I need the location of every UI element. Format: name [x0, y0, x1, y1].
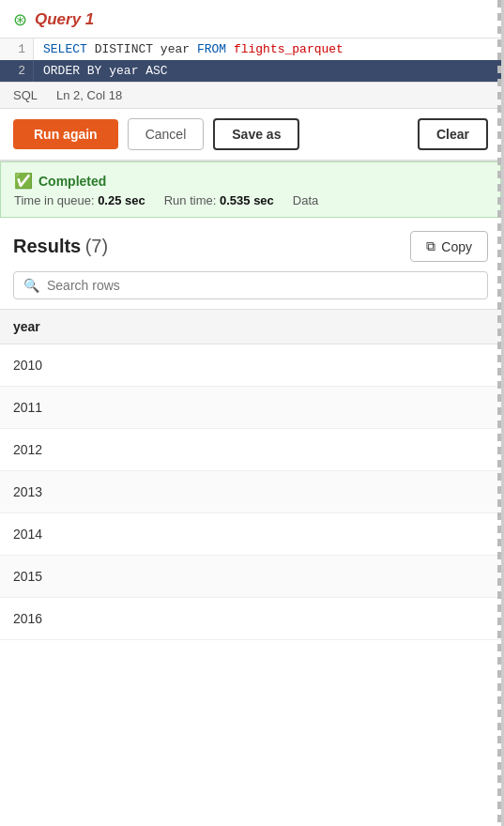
- column-year: year: [0, 310, 501, 344]
- text-distinct: DISTINCT: [95, 42, 160, 56]
- table-row: 2016: [0, 598, 501, 640]
- text-year1: year: [160, 42, 190, 56]
- data-label-text: Data: [293, 193, 318, 207]
- table-header-row: year: [0, 310, 501, 344]
- results-title-area: Results (7): [13, 236, 108, 257]
- clear-button[interactable]: Clear: [418, 118, 488, 150]
- code-editor[interactable]: 1 SELECT DISTINCT year FROM flights_parq…: [0, 38, 501, 83]
- cell-year: 2010: [0, 344, 501, 387]
- data-label: Data: [293, 193, 318, 207]
- line-number-2: 2: [0, 60, 34, 82]
- cell-year: 2016: [0, 598, 501, 640]
- run-time-label: Run time: 0.535 sec: [164, 193, 274, 207]
- line-number-1: 1: [0, 38, 34, 60]
- table-row: 2014: [0, 513, 501, 556]
- language-label: SQL: [13, 88, 38, 102]
- completed-stats: Time in queue: 0.25 sec Run time: 0.535 …: [14, 193, 487, 207]
- search-box[interactable]: 🔍: [13, 271, 488, 299]
- save-as-button[interactable]: Save as: [213, 118, 299, 150]
- code-line-1: 1 SELECT DISTINCT year FROM flights_parq…: [0, 38, 501, 60]
- query-header: ⊛ Query 1: [0, 0, 501, 38]
- completed-label: Completed: [38, 174, 106, 189]
- table-row: 2013: [0, 471, 501, 513]
- jagged-border: [497, 0, 501, 826]
- cell-year: 2015: [0, 556, 501, 598]
- completed-row: ✅ Completed: [14, 172, 487, 190]
- queue-label-text: Time in queue:: [14, 193, 98, 207]
- keyword-select: SELECT: [43, 42, 87, 56]
- runtime-value: 0.535 sec: [220, 193, 274, 207]
- cell-year: 2013: [0, 471, 501, 513]
- text-table: flights_parquet: [234, 42, 344, 56]
- runtime-label-text: Run time:: [164, 193, 220, 207]
- table-row: 2012: [0, 429, 501, 471]
- copy-icon: ⧉: [426, 238, 435, 254]
- cell-year: 2014: [0, 513, 501, 556]
- text-orderby: ORDER BY: [43, 64, 101, 78]
- table-row: 2010: [0, 344, 501, 387]
- results-table: year 2010201120122013201420152016: [0, 309, 501, 640]
- copy-label: Copy: [441, 239, 472, 254]
- line-content-1: SELECT DISTINCT year FROM flights_parque…: [34, 38, 353, 60]
- cursor-position: Ln 2, Col 18: [56, 88, 122, 102]
- search-input[interactable]: [47, 278, 478, 293]
- queue-value: 0.25 sec: [98, 193, 145, 207]
- check-circle-icon: ⊛: [13, 9, 27, 30]
- table-row: 2015: [0, 556, 501, 598]
- cancel-button[interactable]: Cancel: [128, 118, 205, 150]
- table-row: 2011: [0, 387, 501, 429]
- run-again-button[interactable]: Run again: [13, 119, 118, 149]
- results-header: Results (7) ⧉ Copy: [0, 218, 501, 271]
- completed-check-icon: ✅: [14, 172, 33, 190]
- toolbar: Run again Cancel Save as Clear: [0, 109, 501, 161]
- status-bar: SQL Ln 2, Col 18: [0, 83, 501, 109]
- line-content-2: ORDER BY year ASC: [34, 60, 177, 82]
- cell-year: 2011: [0, 387, 501, 429]
- query-title: Query 1: [35, 10, 94, 29]
- results-count: (7): [85, 236, 108, 256]
- code-line-2: 2 ORDER BY year ASC: [0, 60, 501, 82]
- time-in-queue-label: Time in queue: 0.25 sec: [14, 193, 145, 207]
- text-year2: year: [109, 64, 145, 78]
- keyword-from: FROM: [197, 42, 234, 56]
- text-asc: ASC: [145, 64, 167, 78]
- cell-year: 2012: [0, 429, 501, 471]
- search-icon: 🔍: [23, 278, 39, 293]
- completed-banner: ✅ Completed Time in queue: 0.25 sec Run …: [0, 161, 501, 218]
- copy-button[interactable]: ⧉ Copy: [410, 231, 488, 262]
- results-title: Results: [13, 236, 81, 256]
